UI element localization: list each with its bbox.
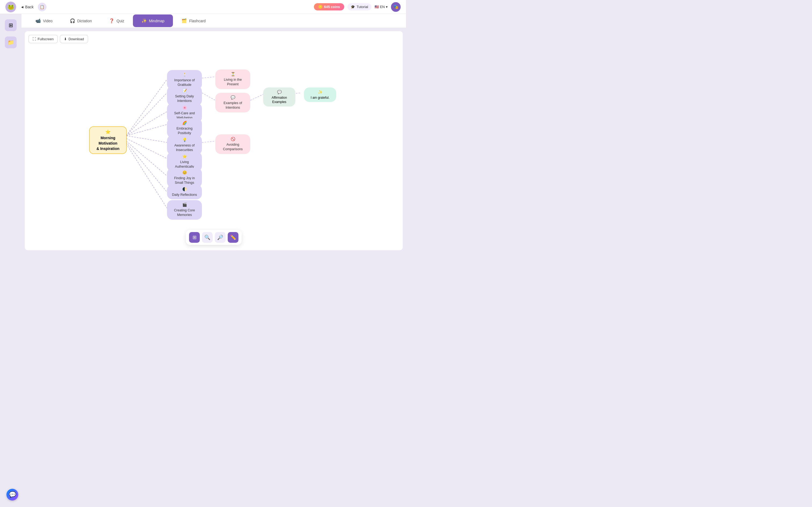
svg-line-9 bbox=[202, 77, 215, 78]
svg-line-13 bbox=[202, 141, 215, 143]
mindmap-area: ⛶ Fullscreen ⬇ Download bbox=[25, 31, 403, 250]
svg-line-6 bbox=[126, 141, 167, 176]
node-affirmation-examples[interactable]: 💬 Affirmation Examples bbox=[263, 88, 295, 107]
center-emoji: ⭐ bbox=[105, 129, 111, 135]
svg-line-11 bbox=[250, 94, 264, 100]
edit-button[interactable]: ✏️ bbox=[228, 232, 239, 243]
node-avoiding-comparisons[interactable]: 🚫 Avoiding Comparisons bbox=[215, 134, 250, 154]
coins-label: 645 coins bbox=[324, 5, 340, 9]
back-label: Back bbox=[25, 5, 34, 9]
coin-icon: 🪙 bbox=[318, 5, 322, 9]
tab-mindmap-label: Mindmap bbox=[149, 19, 165, 23]
mindmap-toolbar: ⛶ Fullscreen ⬇ Download bbox=[29, 35, 88, 43]
tutorial-icon: 🎓 bbox=[351, 5, 355, 9]
center-node[interactable]: ⭐ Morning Motivation& Inspiration bbox=[89, 126, 127, 154]
node-label: Avoiding Comparisons bbox=[220, 143, 246, 152]
sidebar-grid-icon[interactable]: ⊞ bbox=[5, 19, 17, 31]
svg-line-10 bbox=[202, 93, 215, 100]
node-creating-memories[interactable]: 🎬 Creating Core Memories bbox=[167, 200, 202, 220]
tab-flashcard[interactable]: 🗂️ Flashcard bbox=[173, 14, 214, 27]
top-navigation: 🐸 ◄ Back 📋 🪙 645 coins 🎓 Tutorial 🇺🇸 EN … bbox=[0, 0, 406, 14]
chevron-down-icon: ▾ bbox=[386, 5, 388, 9]
tab-mindmap[interactable]: ✨ Mindmap bbox=[133, 14, 173, 27]
content-area: 📹 Video 🎧 Dictation ❓ Quiz ✨ Mindmap 🗂️ … bbox=[21, 14, 406, 253]
node-i-am-grateful[interactable]: ✨ I am grateful. bbox=[304, 88, 336, 102]
zoom-in-button[interactable]: 🔍 bbox=[202, 232, 213, 243]
flag-icon: 🇺🇸 bbox=[374, 5, 379, 9]
svg-line-1 bbox=[126, 93, 167, 136]
sidebar-folder-icon[interactable]: 📁 bbox=[5, 37, 17, 48]
node-label: Finding Joy in Small Things bbox=[171, 176, 198, 185]
fullscreen-label: Fullscreen bbox=[38, 37, 54, 41]
dictation-icon: 🎧 bbox=[70, 18, 75, 23]
mindmap-icon: ✨ bbox=[142, 18, 147, 23]
svg-line-0 bbox=[126, 79, 167, 136]
node-examples-intentions[interactable]: 💬 Examples of Intentions bbox=[215, 93, 250, 112]
node-label: I am grateful. bbox=[311, 96, 329, 100]
download-label: Download bbox=[68, 37, 84, 41]
flashcard-icon: 🗂️ bbox=[182, 18, 187, 23]
svg-line-8 bbox=[126, 144, 167, 208]
nav-icon[interactable]: 📋 bbox=[38, 3, 46, 11]
node-label: Setting Daily Intentions bbox=[171, 94, 198, 104]
tab-quiz[interactable]: ❓ Quiz bbox=[100, 14, 133, 27]
mindmap-bottom-controls: ⊞ 🔍 🔎 ✏️ bbox=[186, 230, 242, 245]
lang-label: EN bbox=[380, 5, 385, 9]
node-daily-reflections[interactable]: 🌓 Daily Reflections bbox=[167, 184, 202, 199]
tab-video[interactable]: 📹 Video bbox=[27, 14, 61, 27]
svg-line-3 bbox=[126, 124, 167, 136]
svg-line-4 bbox=[126, 136, 167, 143]
back-button[interactable]: ◄ Back bbox=[20, 5, 34, 9]
tutorial-button[interactable]: 🎓 Tutorial bbox=[348, 3, 371, 10]
tutorial-label: Tutorial bbox=[357, 5, 368, 9]
video-icon: 📹 bbox=[36, 18, 41, 23]
tab-dictation[interactable]: 🎧 Dictation bbox=[61, 14, 100, 27]
fullscreen-button[interactable]: ⛶ Fullscreen bbox=[29, 35, 58, 43]
center-label: Morning Motivation& Inspiration bbox=[94, 135, 122, 151]
node-label: Awareness of Insecurities bbox=[171, 143, 198, 153]
nav-right-section: 🪙 645 coins 🎓 Tutorial 🇺🇸 EN ▾ 🎭 bbox=[314, 2, 401, 12]
mindmap-connections bbox=[25, 31, 403, 250]
svg-line-5 bbox=[126, 138, 167, 159]
tab-bar: 📹 Video 🎧 Dictation ❓ Quiz ✨ Mindmap 🗂️ … bbox=[21, 14, 406, 28]
app-logo: 🐸 bbox=[5, 2, 16, 12]
quiz-icon: ❓ bbox=[109, 18, 114, 23]
node-living-present[interactable]: ⏳ Living in the Present bbox=[215, 69, 250, 89]
coins-button[interactable]: 🪙 645 coins bbox=[314, 3, 344, 10]
tab-video-label: Video bbox=[43, 19, 53, 23]
svg-line-2 bbox=[126, 112, 167, 136]
left-sidebar: ⊞ 📁 bbox=[0, 14, 21, 253]
svg-line-7 bbox=[126, 143, 167, 192]
download-button[interactable]: ⬇ Download bbox=[60, 35, 88, 43]
main-layout: ⊞ 📁 📹 Video 🎧 Dictation ❓ Quiz ✨ Mindmap bbox=[0, 14, 406, 253]
grid-control-button[interactable]: ⊞ bbox=[189, 232, 200, 243]
node-label: Examples of Intentions bbox=[220, 101, 246, 110]
node-label: Affirmation Examples bbox=[267, 96, 292, 105]
tab-quiz-label: Quiz bbox=[116, 19, 124, 23]
fullscreen-icon: ⛶ bbox=[33, 37, 36, 41]
tab-dictation-label: Dictation bbox=[77, 19, 92, 23]
node-label: Daily Reflections bbox=[172, 192, 197, 198]
user-avatar[interactable]: 🎭 bbox=[391, 2, 401, 12]
node-label: Creating Core Memories bbox=[171, 208, 198, 218]
download-icon: ⬇ bbox=[64, 37, 67, 41]
node-label: Embracing Positivity bbox=[171, 126, 198, 136]
node-setting-intentions[interactable]: 📝 Setting Daily Intentions bbox=[167, 86, 202, 106]
zoom-out-button[interactable]: 🔎 bbox=[215, 232, 225, 243]
language-button[interactable]: 🇺🇸 EN ▾ bbox=[374, 5, 388, 9]
tab-flashcard-label: Flashcard bbox=[189, 19, 205, 23]
back-arrow: ◄ bbox=[20, 5, 24, 9]
node-embracing-positivity[interactable]: 🌈 Embracing Positivity bbox=[167, 118, 202, 138]
node-label: Living in the Present bbox=[220, 77, 246, 87]
